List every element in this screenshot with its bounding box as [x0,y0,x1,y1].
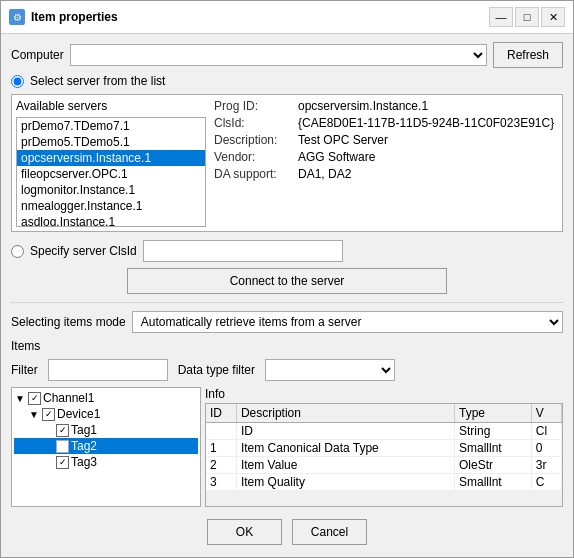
checkbox-channel1[interactable]: ✓ [28,392,41,405]
filter-row: Filter Data type filter [11,359,563,381]
title-buttons: — □ ✕ [489,7,565,27]
tree-item-channel1[interactable]: ▼ ✓ Channel1 [14,390,198,406]
server-item[interactable]: fileopcserver.OPC.1 [17,166,205,182]
cell-value: Cl [531,423,561,440]
clsid-value: {CAE8D0E1-117B-11D5-924B-11C0F023E91C} [298,116,558,130]
servers-section: Available servers prDemo7.TDemo7.1 prDem… [11,94,563,232]
mode-row: Selecting items mode Automatically retri… [11,311,563,333]
refresh-button[interactable]: Refresh [493,42,563,68]
cell-value: 3r [531,457,561,474]
checkbox-device1[interactable]: ✓ [42,408,55,421]
tree-item-device1[interactable]: ▼ ✓ Device1 [14,406,198,422]
prog-id-value: opcserversim.Instance.1 [298,99,558,113]
cell-type: Smalllnt [455,474,532,491]
specify-server-row: Specify server ClsId [11,240,563,262]
cell-description: Item Canonical Data Type [236,440,454,457]
cell-id: 1 [206,440,236,457]
cell-value: C [531,474,561,491]
maximize-button[interactable]: □ [515,7,539,27]
computer-label: Computer [11,48,64,62]
cell-id [206,423,236,440]
available-servers-label: Available servers [16,99,206,113]
close-button[interactable]: ✕ [541,7,565,27]
server-item[interactable]: prDemo7.TDemo7.1 [17,118,205,134]
table-row: ID String Cl [206,423,562,440]
cell-description: ID [236,423,454,440]
server-list[interactable]: prDemo7.TDemo7.1 prDemo5.TDemo5.1 opcser… [16,117,206,227]
select-server-radio-row: Select server from the list [11,74,563,88]
specify-server-label: Specify server ClsId [30,244,137,258]
prop-prog-id: Prog ID: opcserversim.Instance.1 [214,99,558,113]
info-label: Info [205,387,563,401]
info-table-wrapper[interactable]: ID Description Type V ID String [205,403,563,507]
tree-item-tag3[interactable]: ✓ Tag3 [14,454,198,470]
vendor-label: Vendor: [214,150,294,164]
server-item[interactable]: logmonitor.Instance.1 [17,182,205,198]
ok-button[interactable]: OK [207,519,282,545]
description-value: Test OPC Server [298,133,558,147]
cancel-button[interactable]: Cancel [292,519,367,545]
tree-item-tag2[interactable]: ✓ Tag2 [14,438,198,454]
server-item[interactable]: asdlog.Instance.1 [17,214,205,227]
mode-combo[interactable]: Automatically retrieve items from a serv… [132,311,563,333]
items-label-row: Items [11,339,563,353]
connect-row: Connect to the server [11,268,563,294]
tree-item-label: Tag3 [71,455,97,469]
tree-item-tag1[interactable]: ✓ Tag1 [14,422,198,438]
col-type: Type [455,404,532,423]
server-item[interactable]: prDemo5.TDemo5.1 [17,134,205,150]
clsid-label: ClsId: [214,116,294,130]
checkbox-tag1[interactable]: ✓ [56,424,69,437]
computer-combo[interactable] [70,44,487,66]
items-label: Items [11,339,40,353]
server-item[interactable]: nmealogger.Instance.1 [17,198,205,214]
filter-label: Filter [11,363,38,377]
minimize-button[interactable]: — [489,7,513,27]
description-label: Description: [214,133,294,147]
cell-description: Item Value [236,457,454,474]
cell-type: OleStr [455,457,532,474]
info-panel: Info ID Description Type V [205,387,563,507]
select-server-radio[interactable] [11,75,24,88]
info-table: ID Description Type V ID String [206,404,562,491]
server-item-selected[interactable]: opcserversim.Instance.1 [17,150,205,166]
prop-vendor: Vendor: AGG Software [214,150,558,164]
window-title: Item properties [31,10,489,24]
dtype-label: Data type filter [178,363,255,377]
prop-da-support: DA support: DA1, DA2 [214,167,558,181]
prop-clsid: ClsId: {CAE8D0E1-117B-11D5-924B-11C0F023… [214,116,558,130]
col-id: ID [206,404,236,423]
prop-description: Description: Test OPC Server [214,133,558,147]
mode-label: Selecting items mode [11,315,126,329]
tree-panel[interactable]: ▼ ✓ Channel1 ▼ ✓ Device1 ✓ Tag1 ✓ [11,387,201,507]
title-bar: ⚙ Item properties — □ ✕ [1,1,573,34]
cell-value: 0 [531,440,561,457]
checkbox-tag2[interactable]: ✓ [56,440,69,453]
col-value: V [531,404,561,423]
cell-id: 2 [206,457,236,474]
bottom-buttons: OK Cancel [11,513,563,549]
specify-server-radio[interactable] [11,245,24,258]
main-content: Computer Refresh Select server from the … [1,34,573,557]
checkbox-tag3[interactable]: ✓ [56,456,69,469]
cell-description: Item Quality [236,474,454,491]
cell-type: String [455,423,532,440]
connect-button[interactable]: Connect to the server [127,268,447,294]
da-support-value: DA1, DA2 [298,167,558,181]
col-description: Description [236,404,454,423]
vendor-value: AGG Software [298,150,558,164]
filter-input[interactable] [48,359,168,381]
available-servers: Available servers prDemo7.TDemo7.1 prDem… [16,99,206,227]
table-row: 3 Item Quality Smalllnt C [206,474,562,491]
tree-item-label: Device1 [57,407,100,421]
expand-icon: ▼ [28,409,40,420]
cell-type: Smalllnt [455,440,532,457]
table-row: 2 Item Value OleStr 3r [206,457,562,474]
select-server-label: Select server from the list [30,74,165,88]
main-window: ⚙ Item properties — □ ✕ Computer Refresh… [0,0,574,558]
tree-item-label: Tag1 [71,423,97,437]
cell-id: 3 [206,474,236,491]
dtype-combo[interactable] [265,359,395,381]
specify-server-input[interactable] [143,240,343,262]
server-properties: Prog ID: opcserversim.Instance.1 ClsId: … [214,99,558,227]
